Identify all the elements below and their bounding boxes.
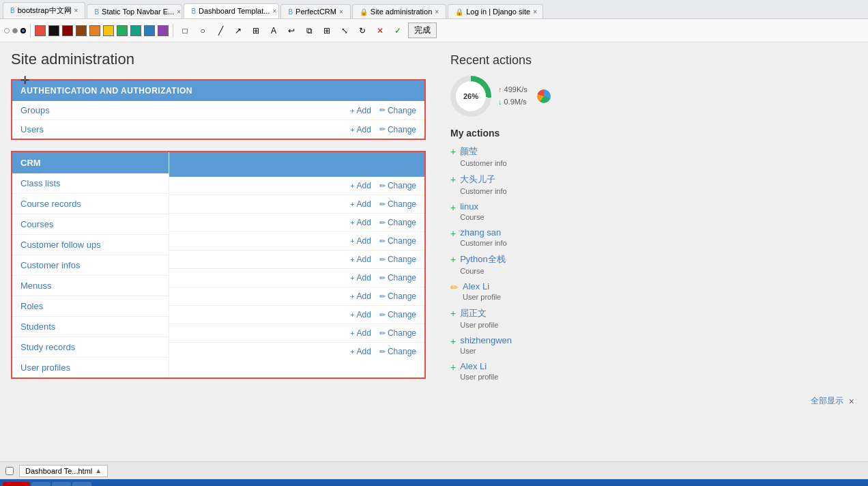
close-icon[interactable]: × [849, 396, 854, 407]
crm-row-6: + Add ✏ Change [169, 287, 424, 306]
change-customer-follow-ups[interactable]: ✏ Change [379, 236, 416, 246]
tab-site-admin[interactable]: 🔒 Site administration × [352, 4, 446, 18]
change-students[interactable]: ✏ Change [379, 310, 416, 319]
arrow-tool[interactable]: ↗ [231, 23, 246, 38]
crm-user-profiles[interactable]: User profiles [12, 358, 169, 377]
add-class-lists[interactable]: + Add [350, 181, 371, 190]
copy-tool[interactable]: ⧉ [302, 23, 317, 38]
change-user-profiles[interactable]: ✏ Change [379, 347, 416, 356]
action-name-7[interactable]: shizhengwen [460, 335, 512, 345]
tab-close-icon[interactable]: × [74, 7, 78, 14]
add-icon: + [450, 202, 456, 213]
action-name-8[interactable]: Alex Li [460, 361, 498, 371]
expand-label[interactable]: 全部显示 [811, 395, 843, 407]
change-customer-infos[interactable]: ✏ Change [379, 255, 416, 264]
color-brown[interactable] [76, 25, 87, 36]
line-tool[interactable]: ╱ [213, 23, 228, 38]
add-customer-infos[interactable]: + Add [350, 255, 371, 264]
dot-gray[interactable] [12, 28, 18, 33]
add-user-profiles[interactable]: + Add [350, 347, 371, 356]
action-name-3[interactable]: zhang san [460, 227, 506, 238]
color-teal[interactable] [130, 25, 141, 36]
add-customer-follow-ups[interactable]: + Add [350, 236, 371, 246]
crm-customer-follow-ups[interactable]: Customer follow ups [12, 235, 169, 255]
color-black[interactable] [48, 25, 59, 36]
color-red[interactable] [35, 25, 46, 36]
start-button[interactable]: ⊞ [3, 482, 30, 486]
crm-roles[interactable]: Roles [12, 296, 169, 317]
transform-tool[interactable]: ⤡ [337, 23, 352, 38]
crm-course-records[interactable]: Course records [12, 194, 169, 214]
crm-study-records[interactable]: Study records [12, 337, 169, 358]
groups-link[interactable]: Groups [20, 105, 350, 115]
taskbar-settings-icon[interactable]: ⚙ [72, 482, 91, 486]
rotate-tool[interactable]: ↻ [355, 23, 370, 38]
color-green[interactable] [117, 25, 128, 36]
rect-tool[interactable]: □ [177, 23, 192, 38]
change-course-records[interactable]: ✏ Change [379, 199, 416, 209]
add-study-records[interactable]: + Add [350, 328, 371, 338]
users-add-link[interactable]: + Add [350, 125, 371, 134]
crm-row-2: + Add ✏ Change [169, 214, 424, 232]
users-change-link[interactable]: ✏ Change [379, 125, 416, 134]
tab-close-icon[interactable]: × [339, 8, 343, 16]
dot-active[interactable] [20, 28, 26, 33]
tab-dashboard[interactable]: B Dashboard Templat... × [184, 3, 279, 18]
crm-row-0: + Add ✏ Change [169, 177, 424, 195]
crm-header: CRM [12, 152, 169, 173]
change-courses[interactable]: ✏ Change [379, 218, 416, 227]
groups-change-link[interactable]: ✏ Change [379, 106, 416, 115]
change-menuss[interactable]: ✏ Change [379, 273, 416, 283]
action-name-4[interactable]: Python全栈 [460, 253, 505, 266]
change-class-lists[interactable]: ✏ Change [379, 181, 416, 190]
add-courses[interactable]: + Add [350, 218, 371, 227]
change-study-records[interactable]: ✏ Change [379, 328, 416, 338]
color-purple[interactable] [158, 25, 169, 36]
bottom-bar: Dashboard Te...html ▲ [0, 461, 868, 479]
crm-courses[interactable]: Courses [12, 214, 169, 235]
tab-static-navbar[interactable]: B Static Top Navbar E... × [87, 4, 182, 18]
tab-close-icon[interactable]: × [272, 8, 276, 15]
cancel-tool[interactable]: ✕ [373, 23, 388, 38]
crm-students[interactable]: Students [12, 317, 169, 337]
select-tool[interactable]: ⊞ [248, 23, 263, 38]
crm-customer-infos[interactable]: Customer infos [12, 255, 169, 276]
tab-login[interactable]: 🔒 Log in | Django site × [448, 4, 543, 18]
grid-tool[interactable]: ⊞ [319, 23, 334, 38]
add-menuss[interactable]: + Add [350, 273, 371, 283]
crm-menuss[interactable]: Menuss [12, 276, 169, 296]
taskbar-folder-icon[interactable]: 📁 [52, 482, 71, 486]
crm-class-lists[interactable]: Class lists [12, 173, 169, 194]
confirm-tool[interactable]: ✓ [390, 23, 405, 38]
action-name-5[interactable]: Alex Li [463, 281, 501, 291]
color-yellow[interactable] [103, 25, 114, 36]
color-blue[interactable] [144, 25, 155, 36]
action-name-2[interactable]: linux [460, 201, 484, 212]
dot-white[interactable] [4, 28, 10, 33]
text-tool[interactable]: A [266, 23, 281, 38]
undo-tool[interactable]: ↩ [284, 23, 299, 38]
left-panel: Site administration ✛ AUTHENTICATION AND… [0, 42, 437, 461]
tab-close-icon[interactable]: × [435, 8, 439, 16]
change-roles[interactable]: ✏ Change [379, 291, 416, 301]
circle-tool[interactable]: ○ [195, 23, 210, 38]
action-name-1[interactable]: 大头儿子 [460, 173, 506, 186]
add-roles[interactable]: + Add [350, 291, 371, 301]
action-name-6[interactable]: 屈正文 [460, 307, 498, 319]
finish-button[interactable]: 完成 [408, 23, 437, 38]
add-students[interactable]: + Add [350, 310, 371, 319]
color-orange[interactable] [89, 25, 100, 36]
add-course-records[interactable]: + Add [350, 199, 371, 209]
action-name-0[interactable]: 颜莹 [460, 145, 506, 158]
tab-close-icon[interactable]: × [177, 8, 181, 16]
action-type-5: User profile [463, 293, 501, 301]
bottom-file-item[interactable]: Dashboard Te...html ▲ [19, 465, 108, 477]
taskbar-ie-icon[interactable]: 🌐 [31, 482, 50, 486]
users-link[interactable]: Users [20, 124, 350, 134]
tab-close-icon[interactable]: × [533, 8, 537, 16]
color-dark-red[interactable] [62, 25, 73, 36]
tab-perfectcrm[interactable]: B PerfectCRM × [280, 4, 350, 18]
tab-bootstrap[interactable]: B bootstrap中文网 × [3, 2, 85, 18]
groups-add-link[interactable]: + Add [350, 106, 371, 115]
file-checkbox[interactable] [5, 467, 14, 475]
